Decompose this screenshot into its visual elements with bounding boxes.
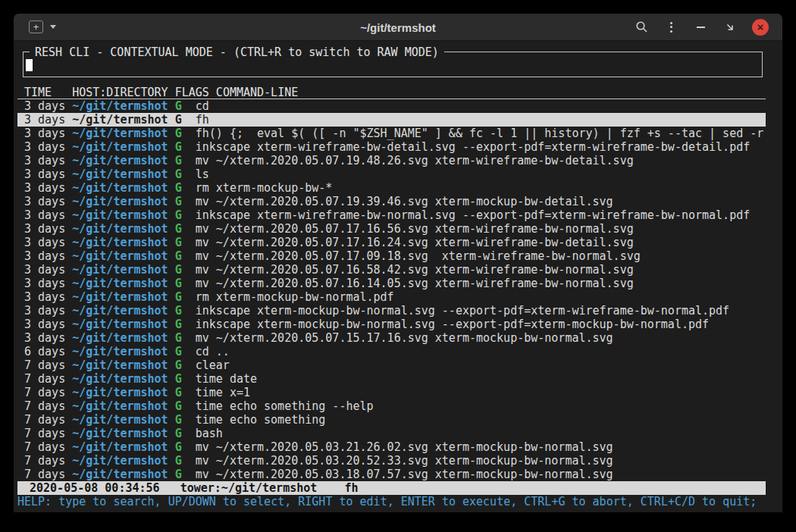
row-command: cd .. (196, 345, 766, 358)
row-host: ~/git/termshot (72, 413, 174, 427)
row-host: ~/git/termshot (72, 154, 174, 167)
row-flags: G (175, 345, 196, 358)
history-row[interactable]: 3 days ~/git/termshot G mv ~/xterm.2020.… (17, 249, 766, 263)
history-row[interactable]: 3 days ~/git/termshot G inkscape xterm-m… (17, 304, 766, 318)
row-time: 3 days (24, 181, 72, 195)
history-row[interactable]: 3 days ~/git/termshot G inkscape xterm-w… (17, 140, 766, 154)
row-command: time x=1 (196, 386, 766, 399)
history-row[interactable]: 3 days ~/git/termshot G ls (17, 167, 766, 181)
row-command: mv ~/xterm.2020.05.07.19.39.46.svg xterm… (196, 195, 766, 208)
row-host: ~/git/termshot (72, 167, 174, 181)
history-row[interactable]: 7 days ~/git/termshot G time echo someth… (17, 413, 766, 427)
search-button[interactable] (634, 20, 649, 35)
history-row[interactable]: 3 days ~/git/termshot G rm xterm-mockup-… (17, 290, 766, 304)
row-time: 3 days (24, 236, 72, 249)
row-host: ~/git/termshot (72, 113, 174, 127)
history-row[interactable]: 7 days ~/git/termshot G clear (17, 358, 766, 372)
row-time: 7 days (24, 454, 72, 468)
history-row[interactable]: 3 days ~/git/termshot G inkscape xterm-m… (17, 318, 766, 331)
row-command: fh() {; eval $( ([ -n "$ZSH_NAME" ] && f… (196, 127, 766, 140)
status-query: fh (344, 481, 358, 495)
row-time: 3 days (24, 277, 72, 290)
history-row[interactable]: 7 days ~/git/termshot G time x=1 (17, 386, 766, 399)
row-time: 3 days (24, 167, 72, 181)
row-time: 7 days (24, 468, 72, 481)
row-command: mv ~/xterm.2020.05.03.18.07.57.svg xterm… (196, 468, 766, 481)
history-row[interactable]: 7 days ~/git/termshot G time echo someth… (17, 399, 766, 413)
history-row[interactable]: 3 days ~/git/termshot G mv ~/xterm.2020.… (17, 236, 766, 249)
history-row[interactable]: 3 days ~/git/termshot G mv ~/xterm.2020.… (17, 277, 766, 290)
row-command: mv ~/xterm.2020.05.07.17.16.56.svg xterm… (196, 222, 766, 236)
history-row[interactable]: 6 days ~/git/termshot G cd .. (17, 345, 766, 358)
history-row[interactable]: 3 days ~/git/termshot G mv ~/xterm.2020.… (17, 263, 766, 277)
row-command: fh (196, 113, 766, 127)
chevron-down-icon[interactable] (50, 25, 56, 29)
history-row[interactable]: 7 days ~/git/termshot G mv ~/xterm.2020.… (17, 440, 766, 454)
row-flags: G (175, 318, 196, 331)
search-icon (635, 20, 648, 33)
row-command: inkscape xterm-wireframe-bw-detail.svg -… (196, 140, 766, 154)
row-time: 3 days (24, 195, 72, 208)
new-tab-button[interactable]: + (29, 20, 43, 33)
row-time: 7 days (24, 399, 72, 413)
row-host: ~/git/termshot (72, 386, 174, 399)
desktop-background: + ~/git/termshot (0, 0, 796, 532)
row-host: ~/git/termshot (72, 440, 174, 454)
row-command: time echo something --help (196, 399, 766, 413)
row-flags: G (175, 413, 196, 427)
row-flags: G (175, 181, 196, 195)
history-row[interactable]: 3 days ~/git/termshot G fh (17, 113, 766, 127)
row-flags: G (175, 386, 196, 399)
row-time: 3 days (24, 99, 72, 113)
menu-button[interactable] (663, 20, 678, 35)
row-flags: G (175, 113, 196, 127)
status-bar: 2020-05-08 00:34:56tower:~/git/termshotf… (17, 481, 766, 495)
titlebar[interactable]: + ~/git/termshot (14, 14, 782, 41)
row-flags: G (175, 140, 196, 154)
row-host: ~/git/termshot (72, 208, 174, 222)
row-time: 3 days (24, 127, 72, 140)
row-flags: G (175, 208, 196, 222)
row-command: rm xterm-mockup-bw-* (196, 181, 766, 195)
history-row[interactable]: 3 days ~/git/termshot G fh() {; eval $( … (17, 127, 766, 140)
row-host: ~/git/termshot (72, 331, 174, 345)
history-row[interactable]: 7 days ~/git/termshot G mv ~/xterm.2020.… (17, 454, 766, 468)
history-row[interactable]: 3 days ~/git/termshot G mv ~/xterm.2020.… (17, 331, 766, 345)
minimize-button[interactable] (693, 20, 708, 35)
row-host: ~/git/termshot (72, 263, 174, 277)
search-input-box[interactable]: RESH CLI - CONTEXTUAL MODE - (CTRL+R to … (23, 52, 763, 77)
row-flags: G (175, 99, 196, 113)
history-row[interactable]: 3 days ~/git/termshot G rm xterm-mockup-… (17, 181, 766, 195)
history-row[interactable]: 3 days ~/git/termshot G mv ~/xterm.2020.… (17, 195, 766, 208)
row-time: 3 days (24, 290, 72, 304)
row-time: 3 days (24, 208, 72, 222)
row-flags: G (175, 249, 196, 263)
minimize-icon (697, 27, 705, 28)
history-row[interactable]: 3 days ~/git/termshot G cd (17, 99, 766, 113)
row-time: 7 days (24, 386, 72, 399)
close-button[interactable]: × (752, 19, 769, 36)
row-flags: G (175, 331, 196, 345)
row-flags: G (175, 399, 196, 413)
row-flags: G (175, 372, 196, 386)
row-time: 3 days (24, 140, 72, 154)
history-row[interactable]: 7 days ~/git/termshot G time date (17, 372, 766, 386)
row-host: ~/git/termshot (72, 427, 174, 440)
restore-button[interactable] (722, 20, 738, 35)
history-row[interactable]: 7 days ~/git/termshot G mv ~/xterm.2020.… (17, 468, 766, 481)
close-icon: × (757, 21, 764, 33)
row-host: ~/git/termshot (72, 277, 174, 290)
row-command: inkscape xterm-mockup-bw-normal.svg --ex… (196, 318, 766, 331)
row-flags: G (175, 222, 196, 236)
kebab-menu-icon (670, 22, 672, 33)
history-row[interactable]: 7 days ~/git/termshot G bash (17, 427, 766, 440)
row-command: clear (196, 358, 766, 372)
history-row[interactable]: 3 days ~/git/termshot G inkscape xterm-w… (17, 208, 766, 222)
help-line: HELP: type to search, UP/DOWN to select,… (17, 495, 766, 509)
history-row[interactable]: 3 days ~/git/termshot G mv ~/xterm.2020.… (17, 154, 766, 167)
row-command: time date (196, 372, 766, 386)
row-command: rm xterm-mockup-bw-normal.pdf (196, 290, 766, 304)
history-row[interactable]: 3 days ~/git/termshot G mv ~/xterm.2020.… (17, 222, 766, 236)
row-command: inkscape xterm-mockup-bw-normal.svg --ex… (196, 304, 766, 318)
row-host: ~/git/termshot (72, 318, 174, 331)
